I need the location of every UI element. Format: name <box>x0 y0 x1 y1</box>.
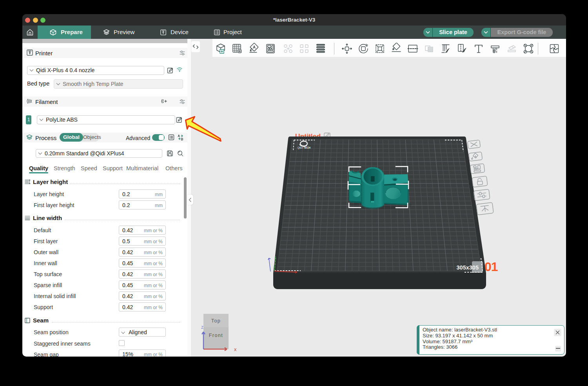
svg-text:x: x <box>234 346 237 352</box>
svg-text:QIDI TECH: QIDI TECH <box>298 146 310 149</box>
svg-text:z: z <box>201 324 203 330</box>
svg-text:01: 01 <box>485 260 498 274</box>
svg-text:305x305: 305x305 <box>457 264 479 271</box>
